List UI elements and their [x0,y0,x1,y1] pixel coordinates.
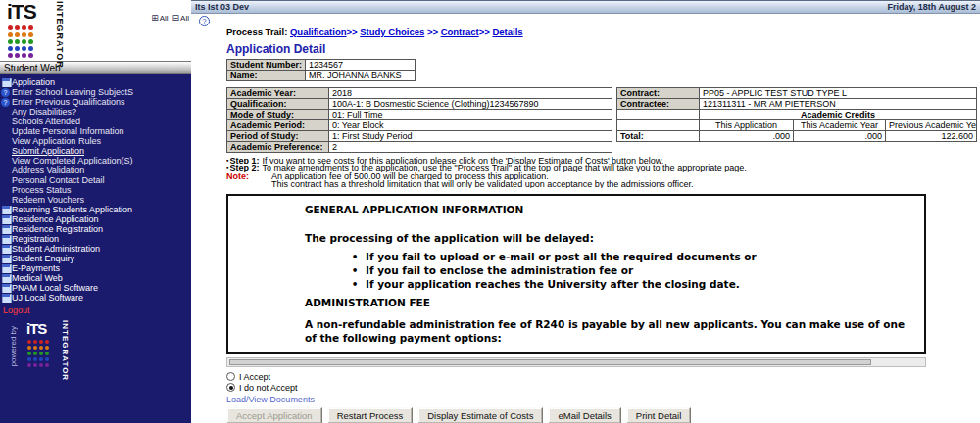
sidebar-item-pnam-local-software[interactable]: PNAM Local Software [0,283,191,293]
its-logo: iTS [7,0,36,24]
bullet-icon: ▪ [226,157,228,164]
sidebar-item-enter-previous-qualifications[interactable]: ?Enter Previous Qualifications [0,97,191,107]
credits-total-value: 122.600 [886,131,977,142]
note-label: Note: [226,172,271,180]
row-value: 2018 [329,88,612,99]
sidebar-item-schools-attended[interactable]: Schools Attended [0,117,191,126]
contractee-value: 121311311 - MR AM PIETERSON [700,99,977,110]
sidebar-item-submit-application[interactable]: Submit Application [0,146,191,156]
note-line2: This contract has a threshold limitation… [226,180,980,188]
note-text: An application fee of 500.00 will be cha… [271,172,549,180]
window-icon [0,255,12,263]
sidebar-item-residence-application[interactable]: Residence Application [0,214,191,224]
row-label: Period of Study: [227,131,329,142]
load-view-documents-link[interactable]: Load/View Documents [226,395,315,404]
row-label: Academic Year: [227,88,329,99]
indent-spacer [0,176,12,185]
logout-link[interactable]: Logout [0,303,191,316]
collapse-all-label: All [180,14,189,23]
sidebar-item-student-enquiry[interactable]: Student Enquiry [0,254,191,263]
decline-option[interactable]: I do not Accept [226,382,980,393]
sidebar-item-medical-web[interactable]: Medical Web [0,273,191,283]
trail-link-qualification[interactable]: Qualification [290,26,347,37]
sidebar-item-update-personal-information[interactable]: Update Personal Information [0,126,191,136]
sidebar-item-personal-contact-detail[interactable]: Personal Contact Detail [0,175,191,185]
student-number-label: Student Number: [227,60,306,70]
accept-option[interactable]: I Accept [226,371,980,382]
consent-options: I Accept I do not Accept [226,371,980,393]
document-paragraph: The processing of the application will b… [305,232,914,245]
action-buttons: Accept Application Restart Process Displ… [226,407,980,423]
credits-total-label: Total: [617,131,700,142]
sidebar-item-process-status[interactable]: Process Status [0,185,191,195]
sidebar-item-uj-local-software[interactable]: UJ Local Software [0,293,191,303]
accept-application-button[interactable]: Accept Application [226,407,322,423]
sidebar-item-student-administration[interactable]: Student Administration [0,244,191,254]
accept-radio[interactable] [226,372,235,381]
sidebar-item-enter-school-leaving-subjects[interactable]: ?Enter School Leaving SubjectS [0,87,191,97]
sidebar-item-e-payments[interactable]: E-Payments [0,263,191,273]
sidebar-item-redeem-vouchers[interactable]: Redeem Vouchers [0,195,191,205]
logo-dots [27,340,51,369]
help-icon[interactable]: ? [199,16,210,26]
trail-link-contract[interactable]: Contract [441,26,479,37]
page-title: Application Detail [226,43,980,55]
student-name-value: MR. JOHANNA BANKS [306,70,416,81]
sidebar-item-application[interactable]: Application [0,77,191,87]
row-value: 2 [329,142,612,153]
instructions: ▪Step 1:If you want to see costs for thi… [226,157,980,188]
display-estimate-of-costs-button[interactable]: Display Estimate of Costs [417,407,543,423]
sidebar-item-registration[interactable]: Registration [0,234,191,244]
step2-line: ▪Step 2:To make amendments to the applic… [226,164,980,172]
step1-text: If you want to see costs for this applic… [263,157,664,164]
bullet-text: If your application reaches the Universi… [366,277,740,291]
row-value: 100A-1: B Dosmestic Science (Clothing)12… [329,99,612,110]
sidebar-item-view-completed-applications[interactable]: View Completed Application(S) [0,156,191,165]
indent-spacer [0,127,12,136]
horizontal-scrollbar-thumb[interactable] [229,359,871,365]
bullet-icon: • [344,263,366,277]
sidebar-item-address-validation[interactable]: Address Validation [0,165,191,175]
powered-by-block: powered by iTS INTEGRATOR [0,318,191,393]
horizontal-scrollbar[interactable] [226,357,926,367]
expand-all-label: All [160,14,169,23]
window-icon [0,274,12,283]
sidebar-item-view-application-rules[interactable]: View Application Rules [0,136,191,146]
row-label: Mode of Study: [227,110,329,120]
step2-text: To make amendments to the application, u… [263,164,747,172]
process-trail-label: Process Trail: [226,26,287,37]
step1-label: Step 1: [229,157,259,164]
indent-spacer [0,147,12,156]
trail-link-details[interactable]: Details [492,26,522,37]
window-icon [0,245,12,254]
indent-spacer [0,108,12,117]
credits-total-value: .000 [700,131,794,142]
empty-cell [617,120,700,131]
accept-label: I Accept [239,372,270,382]
sidebar-item-any-disabilities[interactable]: Any Disabilities? [0,107,191,117]
row-value: 01: Full Time [329,110,612,120]
row-label: Qualification: [227,99,329,110]
main-area: Its Ist 03 Dev Friday, 18th August 2 ? P… [191,0,980,423]
integrator-wordmark-small: INTEGRATOR [61,320,70,381]
empty-cell [617,110,700,120]
expand-all-button[interactable]: ⊞All [151,14,168,23]
document-heading: ADMINISTRATION FEE [305,297,914,309]
collapse-all-button[interactable]: ⊟All [172,14,189,23]
trail-separator: >> [347,26,358,37]
sidebar-item-returning-students-application[interactable]: Returning Students Application [0,205,191,214]
bullet-text: If you fail to upload or e-mail or post … [366,250,757,263]
sidebar-item-residence-registration[interactable]: Residence Registration [0,224,191,234]
powered-by-label: powered by [9,326,18,366]
email-details-button[interactable]: eMail Details [548,407,620,423]
print-detail-button[interactable]: Print Detail [626,407,691,423]
application-info-document[interactable]: GENERAL APPLICATION INFORMATION The proc… [226,194,926,354]
sidebar-header: Student Web [0,61,191,74]
decline-radio[interactable] [226,383,235,392]
indent-spacer [0,186,12,195]
indent-spacer [0,196,12,205]
restart-process-button[interactable]: Restart Process [327,407,414,423]
trail-link-study-choices[interactable]: Study Choices [360,26,424,37]
sidebar-menu: Application ?Enter School Leaving Subjec… [0,74,191,303]
application-detail-table: Academic Year:2018 Qualification:100A-1:… [226,87,612,153]
